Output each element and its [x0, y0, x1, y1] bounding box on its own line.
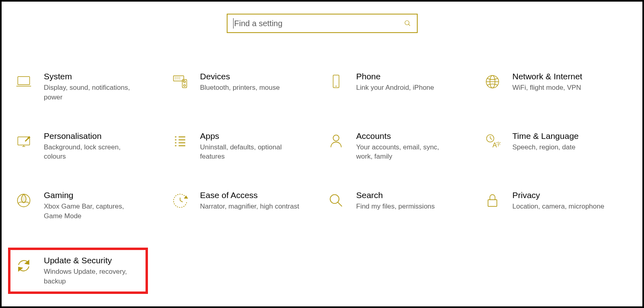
tile-subtitle: Your accounts, email, sync, work, family [356, 143, 457, 162]
tile-title: Phone [356, 72, 434, 81]
tile-subtitle: Display, sound, notifications, power [44, 83, 144, 102]
tile-title: Devices [200, 72, 280, 81]
svg-rect-16 [333, 75, 339, 88]
tile-subtitle: Narrator, magnifier, high contrast [200, 202, 299, 211]
svg-point-42 [330, 195, 339, 204]
search-icon [404, 20, 411, 27]
svg-marker-39 [185, 196, 187, 198]
tile-title: Search [356, 190, 435, 200]
tile-phone[interactable]: Phone Link your Android, iPhone [322, 69, 478, 105]
tile-subtitle: Xbox Game Bar, captures, Game Mode [44, 202, 144, 221]
tile-title: Update & Security [44, 256, 142, 265]
tile-subtitle: WiFi, flight mode, VPN [513, 83, 582, 93]
tile-update-security[interactable]: Update & Security Windows Update, recove… [8, 248, 148, 294]
tile-title: Privacy [513, 190, 605, 200]
tile-ease-of-access[interactable]: Ease of Access Narrator, magnifier, high… [166, 188, 322, 223]
tile-subtitle: Uninstall, defaults, optional features [200, 143, 301, 162]
tile-network[interactable]: Network & Internet WiFi, flight mode, VP… [478, 69, 635, 105]
tile-personalisation[interactable]: Personalisation Background, lock screen,… [10, 129, 166, 164]
tile-title: Network & Internet [513, 72, 582, 81]
search-input[interactable]: Find a setting [227, 14, 418, 33]
person-icon [326, 131, 346, 151]
tile-subtitle: Find my files, permissions [356, 202, 435, 211]
ease-of-access-icon [170, 190, 190, 211]
svg-point-32 [333, 135, 339, 141]
tile-subtitle: Location, camera, microphone [513, 202, 605, 211]
phone-icon [326, 72, 346, 92]
time-language-icon: A 字 [482, 131, 502, 151]
tile-time-language[interactable]: A 字 Time & Language Speech, region, date [478, 129, 635, 164]
svg-text:字: 字 [496, 141, 501, 147]
svg-point-0 [405, 21, 409, 25]
magnifier-icon [326, 190, 346, 211]
tile-title: Accounts [356, 131, 457, 141]
tile-accounts[interactable]: Accounts Your accounts, email, sync, wor… [322, 129, 478, 164]
search-placeholder: Find a setting [234, 19, 404, 28]
update-icon [14, 256, 34, 276]
settings-grid: System Display, sound, notifications, po… [2, 33, 642, 302]
tile-subtitle: Speech, region, date [513, 143, 579, 152]
svg-rect-44 [488, 200, 497, 207]
svg-rect-2 [18, 76, 29, 85]
search-container: Find a setting [2, 2, 642, 33]
tile-title: Apps [200, 131, 301, 141]
svg-line-43 [338, 203, 342, 207]
tile-system[interactable]: System Display, sound, notifications, po… [10, 69, 166, 105]
tile-subtitle: Windows Update, recovery, backup [44, 267, 142, 286]
gaming-icon [14, 190, 34, 211]
tile-search[interactable]: Search Find my files, permissions [322, 188, 478, 223]
tile-subtitle: Background, lock screen, colours [44, 143, 144, 162]
devices-icon [170, 72, 190, 92]
tile-subtitle: Bluetooth, printers, mouse [200, 83, 280, 93]
tile-privacy[interactable]: Privacy Location, camera, microphone [478, 188, 635, 223]
text-cursor [233, 18, 234, 29]
tile-subtitle: Link your Android, iPhone [356, 83, 434, 93]
personalisation-icon [14, 131, 34, 151]
svg-line-41 [180, 201, 183, 202]
tile-title: Personalisation [44, 131, 144, 141]
tile-title: Ease of Access [200, 190, 299, 200]
tile-title: Gaming [44, 190, 144, 200]
laptop-icon [14, 72, 34, 92]
svg-line-1 [408, 24, 410, 26]
svg-line-35 [490, 138, 492, 139]
tile-apps[interactable]: Apps Uninstall, defaults, optional featu… [166, 129, 322, 164]
tile-devices[interactable]: Devices Bluetooth, printers, mouse [166, 69, 322, 105]
tile-gaming[interactable]: Gaming Xbox Game Bar, captures, Game Mod… [10, 188, 166, 223]
svg-point-15 [183, 85, 185, 87]
apps-list-icon [170, 131, 190, 151]
svg-point-14 [183, 81, 185, 83]
tile-title: Time & Language [513, 131, 579, 141]
lock-icon [482, 190, 502, 211]
tile-title: System [44, 72, 144, 81]
globe-icon [482, 72, 502, 92]
